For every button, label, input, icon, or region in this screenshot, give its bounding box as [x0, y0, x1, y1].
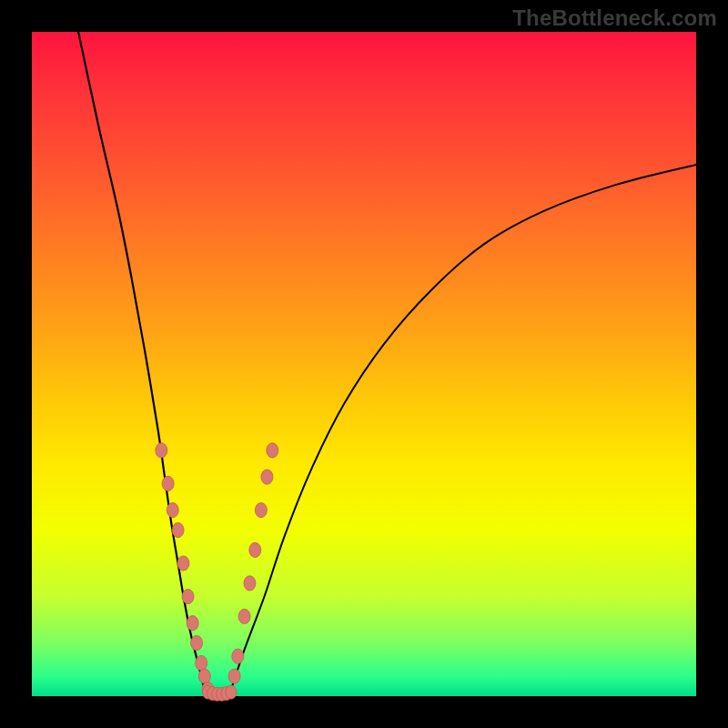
markers-valley [202, 685, 237, 701]
marker-dot [244, 576, 256, 591]
marker-dot [177, 556, 189, 571]
marker-dot [232, 649, 244, 663]
marker-dot [187, 616, 198, 631]
marker-dot [156, 443, 167, 458]
marker-dot [198, 669, 210, 683]
marker-dot [182, 589, 194, 603]
markers-right [228, 443, 278, 683]
marker-dot [238, 609, 250, 623]
marker-dot [267, 443, 278, 458]
watermark-text: TheBottleneck.com [512, 5, 717, 31]
chart-frame: TheBottleneck.com [0, 0, 728, 728]
markers-left [156, 443, 214, 697]
marker-dot [226, 685, 237, 699]
chart-svg [32, 32, 696, 696]
marker-dot [172, 522, 184, 537]
marker-dot [196, 655, 207, 670]
marker-dot [228, 669, 240, 683]
marker-dot [191, 635, 203, 650]
marker-dot [255, 502, 267, 517]
curve-right-branch [231, 165, 696, 690]
plot-area [32, 32, 696, 696]
marker-dot [249, 542, 261, 557]
marker-dot [261, 470, 273, 484]
marker-dot [167, 502, 178, 517]
marker-dot [162, 476, 174, 490]
